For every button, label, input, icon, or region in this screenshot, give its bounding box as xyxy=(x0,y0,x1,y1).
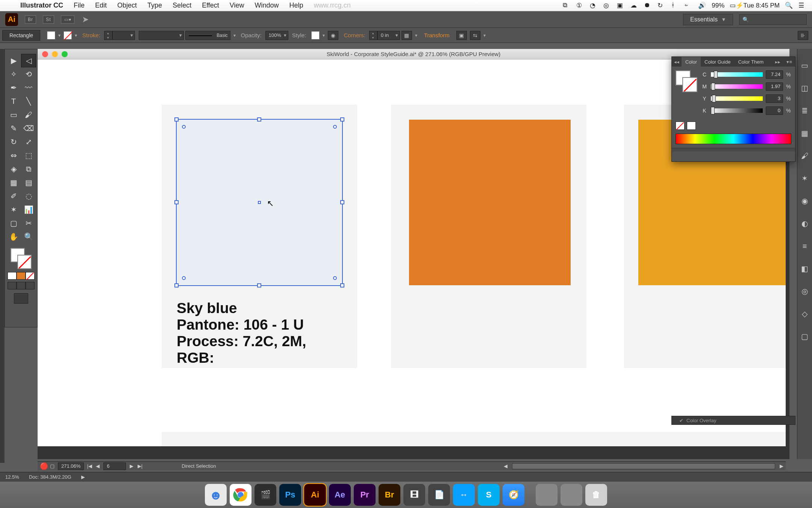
prev-artboard-button[interactable]: ◀ xyxy=(94,463,102,469)
gradient-tool[interactable]: ▤ xyxy=(21,176,36,189)
rectangle-tool[interactable]: ▭ xyxy=(6,108,21,122)
white-color-button[interactable] xyxy=(687,122,696,130)
style-label[interactable]: Style: xyxy=(292,32,306,38)
stroke-label[interactable]: Stroke: xyxy=(82,32,100,38)
curvature-tool[interactable]: 〰 xyxy=(21,81,36,94)
none-mode-btn[interactable] xyxy=(26,272,35,280)
pen-tool[interactable]: ✒ xyxy=(6,81,21,94)
loop-icon[interactable]: ↻ xyxy=(657,2,666,10)
notification-center-icon[interactable]: ☰ xyxy=(798,2,807,10)
menu-clock[interactable]: Tue 8:45 PM xyxy=(743,2,780,9)
fill-stroke-block[interactable] xyxy=(10,247,32,270)
color-spectrum[interactable] xyxy=(676,134,791,144)
color-panel-icon[interactable]: ◉ xyxy=(800,196,810,206)
wifi-icon[interactable]: ⧜ xyxy=(685,2,693,10)
bluetooth-icon[interactable]: ᚼ xyxy=(671,2,679,10)
shaper-tool[interactable]: ✎ xyxy=(6,122,21,135)
paintbrush-tool[interactable]: 🖌 xyxy=(21,108,36,122)
zoom-field[interactable]: 271.06% xyxy=(58,462,84,470)
shape-properties-dropdown[interactable]: ▾ xyxy=(414,33,419,38)
rotate-tool[interactable]: ↻ xyxy=(6,135,21,149)
clock-icon[interactable]: ◔ xyxy=(590,2,598,10)
m-slider[interactable] xyxy=(711,84,763,89)
first-artboard-button[interactable]: |◀ xyxy=(85,463,94,469)
draw-normal-btn[interactable] xyxy=(8,282,17,289)
transparency-panel-icon[interactable]: ◧ xyxy=(800,263,810,274)
y-value[interactable]: 3 xyxy=(766,94,783,103)
stroke-dropdown[interactable]: ▾ xyxy=(73,33,79,38)
menu-window[interactable]: Window xyxy=(250,2,284,9)
stroke-swatch[interactable] xyxy=(64,31,72,40)
dock-skype[interactable]: S xyxy=(478,484,500,506)
dock-safari[interactable]: 🧭 xyxy=(503,484,524,506)
minimize-window-button[interactable] xyxy=(52,51,58,57)
stroke-panel-icon[interactable]: ≡ xyxy=(800,241,810,251)
dock-finder[interactable]: ☻ xyxy=(205,484,227,506)
draw-inside-btn[interactable] xyxy=(26,282,35,289)
k-slider[interactable] xyxy=(711,108,763,113)
shape-builder-tool[interactable]: ◈ xyxy=(6,162,21,176)
arrange-documents-button[interactable]: ▭▾ xyxy=(61,15,74,24)
type-tool[interactable]: T xyxy=(6,94,21,108)
menu-type[interactable]: Type xyxy=(142,2,167,9)
zoom-window-button[interactable] xyxy=(62,51,68,57)
lasso-tool[interactable]: ⟲ xyxy=(21,67,36,81)
shape-properties-button[interactable]: ▦ xyxy=(401,31,412,40)
width-tool[interactable]: ⇔ xyxy=(6,149,21,162)
color-panel-collapse-icon[interactable]: ◂◂ xyxy=(672,59,682,65)
artboard-index-field[interactable]: 6 xyxy=(103,462,126,470)
corners-label[interactable]: Corners: xyxy=(344,32,365,38)
corners-combo[interactable]: 0 in xyxy=(377,31,400,40)
stock-button[interactable]: St xyxy=(43,15,54,24)
appearance-panel-icon[interactable]: ◎ xyxy=(800,286,810,297)
app-menu[interactable]: Illustrator CC xyxy=(15,2,68,9)
app-icon[interactable]: ▣ xyxy=(617,2,625,10)
fill-dropdown[interactable]: ▾ xyxy=(57,33,62,38)
go-arrow-icon[interactable]: ➤ xyxy=(82,15,89,24)
last-artboard-button[interactable]: ▶| xyxy=(136,463,144,469)
color-mode-btn[interactable] xyxy=(8,272,17,280)
workspace-switcher[interactable]: Essentials xyxy=(683,14,733,25)
footer-arrow-icon[interactable]: ▶ xyxy=(81,474,85,480)
gradient-panel-icon[interactable]: ◐ xyxy=(800,218,810,229)
dock-illustrator[interactable]: Ai xyxy=(304,484,326,506)
menu-help[interactable]: Help xyxy=(284,2,309,9)
sky-blue-rectangle[interactable] xyxy=(177,120,342,285)
dock-minimized-2[interactable] xyxy=(561,484,582,506)
layers-panel-icon[interactable]: ≣ xyxy=(800,105,810,116)
draw-behind-btn[interactable] xyxy=(17,282,26,289)
dock-photoshop[interactable]: Ps xyxy=(279,484,301,506)
y-slider[interactable] xyxy=(711,96,763,101)
align-button[interactable]: ⇆ xyxy=(470,31,480,40)
dock-app-1[interactable]: 🎞 xyxy=(403,484,425,506)
dock-after-effects[interactable]: Ae xyxy=(329,484,351,506)
swatches-panel-icon[interactable]: ▦ xyxy=(800,128,810,138)
eraser-tool[interactable]: ⌫ xyxy=(21,122,36,135)
style-dropdown[interactable]: ▾ xyxy=(321,33,326,38)
scroll-left-button[interactable]: ◀ xyxy=(501,463,510,469)
isolate-button[interactable]: ▣ xyxy=(456,31,467,40)
scale-tool[interactable]: ⤢ xyxy=(21,135,36,149)
properties-panel-icon[interactable]: ▭ xyxy=(800,60,810,71)
menu-effect[interactable]: Effect xyxy=(197,2,224,9)
eyedropper-tool[interactable]: ✐ xyxy=(6,189,21,203)
hand-tool[interactable]: ✋ xyxy=(6,230,21,243)
battery-icon[interactable]: ▭⚡ xyxy=(730,2,738,10)
rec-icon[interactable]: ⏺ xyxy=(644,2,652,10)
scroll-right-button[interactable]: ▶ xyxy=(777,463,786,469)
next-artboard-button[interactable]: ▶ xyxy=(127,463,136,469)
magic-wand-tool[interactable]: ✧ xyxy=(6,67,21,81)
brushes-panel-icon[interactable]: 🖌 xyxy=(800,151,810,161)
menu-select[interactable]: Select xyxy=(167,2,197,9)
menu-edit[interactable]: Edit xyxy=(90,2,112,9)
one-icon[interactable]: ① xyxy=(576,2,585,10)
dock-minimized-1[interactable] xyxy=(536,484,557,506)
opacity-combo[interactable]: 100% xyxy=(265,31,288,40)
recolor-button[interactable]: ◉ xyxy=(328,31,338,40)
symbol-sprayer-tool[interactable]: ✶ xyxy=(6,203,21,216)
search-field[interactable]: 🔍 xyxy=(739,14,807,25)
artboard-tool[interactable]: ▢ xyxy=(6,216,21,230)
stroke-weight-stepper[interactable]: ▴▾ xyxy=(104,31,112,40)
bridge-button[interactable]: Br xyxy=(25,15,36,24)
screen-mode-button[interactable] xyxy=(14,293,28,304)
